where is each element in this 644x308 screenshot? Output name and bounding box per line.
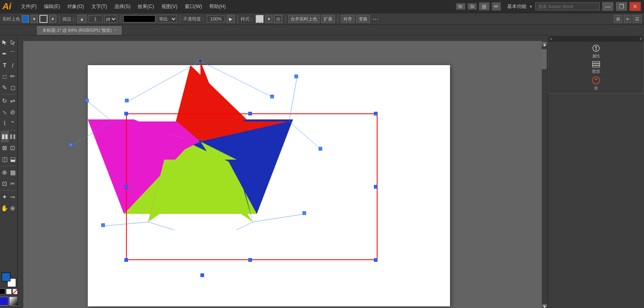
handle-top-left[interactable] [124,112,128,115]
handle-extra-1[interactable] [200,273,204,277]
align-btn[interactable]: 对齐 [341,15,355,23]
line-tool[interactable]: / [9,60,17,71]
white-swatch[interactable] [6,289,12,294]
eyedropper-tool[interactable]: ✦ [1,191,9,203]
close-button[interactable]: ✕ [630,2,641,11]
float-panel-close[interactable]: × [640,37,642,41]
opacity-input[interactable] [207,15,225,23]
search-input[interactable] [535,2,600,10]
workspace-label[interactable]: 基本功能 [507,3,526,10]
canvas-area[interactable]: ▲ ▼ [18,35,547,308]
menu-edit[interactable]: 编辑(E) [41,2,63,11]
opacity-expand-btn[interactable]: ▶ [227,15,235,23]
panel-btn[interactable]: ≡ [624,15,631,23]
more-options-icon[interactable]: ⋯ [372,15,379,23]
live-paint-select-tool[interactable] [9,131,17,142]
measure-tool[interactable]: ⊸ [9,191,17,203]
fill-btn[interactable]: ▼ [31,15,38,23]
mesh-tool[interactable]: ⊡ [9,142,17,154]
graph-tool[interactable]: ▦ [9,167,17,178]
stroke-size-input[interactable] [88,15,103,23]
layers-panel-btn[interactable]: 图层 [586,60,606,76]
color-mode-btn[interactable] [0,297,8,306]
scroll-thumb[interactable] [542,49,547,69]
v-scrollbar[interactable]: ▲ ▼ [542,41,547,308]
workspace-dropdown-icon[interactable]: ▼ [529,4,533,9]
stroke-swatch[interactable] [39,15,47,23]
scroll-down-arrow[interactable]: ▼ [542,304,547,307]
document-tab[interactable]: 未标题-1* @ 84% (RGB/GPU 预览) × [36,25,122,35]
direct-selection-tool[interactable] [9,37,17,48]
stock-icon[interactable]: St [468,3,477,10]
fill-color-swatch[interactable] [22,15,29,23]
width-tool[interactable]: ⌃ [9,118,17,129]
blend-tool[interactable]: ⬓ [9,154,17,165]
bridge-icon[interactable]: Br [456,3,465,10]
handle-top-center[interactable] [248,112,252,115]
properties-panel-btn[interactable]: 属性 [586,43,606,60]
pen-tool[interactable]: ✒ [1,48,9,60]
pen2-icon[interactable]: ✏ [492,2,501,10]
gradient-tool[interactable]: ◫ [1,154,9,165]
style-dropdown-btn[interactable]: ▼ [265,15,272,23]
rect-tool[interactable]: □ [1,71,9,82]
style-swatch[interactable] [256,15,264,23]
handle-top-right[interactable] [374,112,378,115]
type-tool[interactable]: T [1,60,9,71]
gradient-mode-btn[interactable] [9,297,18,306]
menu-type[interactable]: 文字(T) [88,2,110,11]
menu-select[interactable]: 选择(S) [111,2,134,11]
reflect-tool[interactable]: ⇌ [9,95,17,107]
menu-file[interactable]: 文件(F) [18,2,40,11]
scale-tool[interactable]: ⤡ [1,107,9,118]
shear-tool[interactable]: ⊘ [9,107,17,118]
symbol-sprayer-tool[interactable]: ⊕ [1,167,9,178]
menu-view[interactable]: 视图(V) [158,2,181,11]
fg-color-swatch[interactable] [2,273,10,281]
handle-mid-right[interactable] [374,185,378,189]
restore-button[interactable]: ❐ [616,2,627,11]
none-swatch[interactable] [12,289,18,294]
minimize-button[interactable]: — [602,2,613,11]
selection-tool[interactable] [1,37,9,48]
more-panel-btn[interactable]: ☰ [633,15,642,23]
expand-btn[interactable]: 扩展 [321,15,335,23]
zoom-tool[interactable]: ⊕ [9,203,17,214]
stroke-type-select[interactable]: 等比 [157,15,177,23]
hand-tool[interactable]: ✋ [1,203,9,214]
menu-window[interactable]: 窗口(W) [182,2,205,11]
slice-tool[interactable]: ✂ [9,178,17,189]
canvas-content[interactable] [23,41,547,308]
library-panel-btn[interactable]: 库 [586,76,606,92]
menu-effect[interactable]: 效果(C) [134,2,157,11]
perspective-tool[interactable]: ⊠ [1,142,9,154]
pencil-tool[interactable]: ✎ [1,82,9,93]
handle-mid-left[interactable] [124,185,128,189]
menu-object[interactable]: 对象(O) [64,2,87,11]
curvature-tool[interactable]: ⌒ [9,48,17,60]
arrange-btn[interactable]: ⊞ [614,15,622,23]
artboard-tool[interactable]: ⊡ [1,178,9,189]
stroke-unit-select[interactable]: pt [104,15,117,23]
handle-bottom-center[interactable] [248,258,252,262]
grid-icon[interactable]: ⊞ [479,2,489,10]
transform-btn[interactable]: 变换 [356,15,370,23]
stroke-dropdown-btn[interactable]: ▼ [49,15,56,23]
warp-tool[interactable]: ⌇ [1,118,9,129]
scroll-up-arrow[interactable]: ▲ [542,42,547,45]
rotate-tool[interactable]: ↻ [1,95,9,107]
handle-bottom-left[interactable] [124,258,128,262]
eraser-tool[interactable]: ◻ [9,82,17,93]
merge-live-paint-btn[interactable]: 合并实时上色 [288,15,320,23]
stroke-decrease-btn[interactable]: ▲ [77,15,87,23]
scroll-track[interactable] [542,45,547,304]
menu-help[interactable]: 帮助(H) [206,2,229,11]
live-paint-tool[interactable] [1,131,9,142]
handle-bottom-right[interactable] [374,258,378,262]
tab-close-btn[interactable]: × [114,28,117,33]
paintbrush-tool[interactable]: ✏ [9,71,17,82]
stroke-style-preview[interactable] [123,15,155,23]
black-swatch[interactable] [0,289,5,294]
style-icon[interactable]: ◎ [274,15,282,23]
float-panel-pin[interactable]: » [550,37,552,41]
